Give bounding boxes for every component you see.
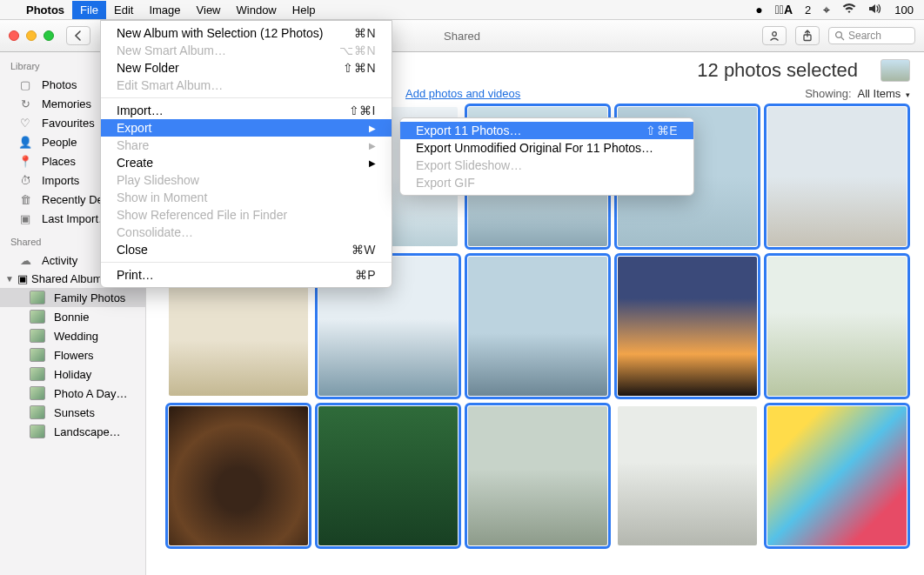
sidebar-item-icon: ☁ <box>17 253 33 267</box>
photo-thumb[interactable] <box>618 257 757 396</box>
sidebar-album-item[interactable]: Photo A Day… <box>0 384 145 403</box>
submenu-item[interactable]: Export 11 Photos…⇧⌘E <box>400 122 693 139</box>
sidebar-item-label: Bonnie <box>54 311 89 324</box>
sidebar-album-item[interactable]: Family Photos <box>0 288 145 307</box>
minimize-window-button[interactable] <box>26 30 37 41</box>
sidebar-item-icon: ⏱ <box>17 173 33 187</box>
menu-item[interactable]: Close⌘W <box>101 241 392 258</box>
sidebar-album-item[interactable]: Flowers <box>0 345 145 364</box>
photo-thumb[interactable] <box>468 257 607 396</box>
menu-item-label: Share <box>117 138 149 152</box>
menubar-item-edit[interactable]: Edit <box>114 3 133 17</box>
photo-thumb[interactable] <box>767 406 907 545</box>
menu-item-label: Print… <box>117 268 154 282</box>
sidebar-album-item[interactable]: Landscape… <box>0 422 145 441</box>
sidebar-item-label: Memories <box>42 97 91 110</box>
photo-thumb[interactable] <box>468 406 607 545</box>
photo-thumb[interactable] <box>618 406 757 545</box>
menu-shortcut: ⌘N <box>354 26 376 40</box>
menu-item: New Smart Album…⌥⌘N <box>101 42 392 59</box>
menu-shortcut: ⌘W <box>352 243 376 257</box>
sidebar-item-icon: ▢ <box>17 77 33 91</box>
sidebar-item-label: Photos <box>42 78 77 91</box>
menu-item-label: New Album with Selection (12 Photos) <box>117 26 323 40</box>
menu-item: Share▶ <box>101 137 392 154</box>
system-menubar: Photos File Edit Image View Window Help … <box>0 0 924 20</box>
sidebar-album-item[interactable]: Holiday <box>0 364 145 384</box>
selection-count: 12 photos selected <box>697 59 858 82</box>
sidebar-item-label: Activity <box>42 254 77 267</box>
photo-thumb[interactable] <box>767 257 907 396</box>
svg-point-2 <box>836 32 842 38</box>
menubar-app-name[interactable]: Photos <box>26 3 64 17</box>
menu-item-label: Export <box>117 121 151 135</box>
showing-label: Showing: <box>805 87 851 100</box>
export-submenu: Export 11 Photos…⇧⌘EExport Unmodified Or… <box>399 117 694 196</box>
sidebar-item-label: Wedding <box>54 330 98 343</box>
traffic-lights <box>9 30 54 41</box>
menu-item[interactable]: Create▶ <box>101 154 392 171</box>
bluetooth-icon[interactable]: ⌖ <box>823 3 830 17</box>
submenu-arrow-icon: ▶ <box>369 124 376 133</box>
menu-item-label: New Smart Album… <box>117 43 226 57</box>
album-stack-icon: ▣ <box>17 272 28 285</box>
close-window-button[interactable] <box>9 30 19 41</box>
cc-count: 2 <box>805 3 811 17</box>
wifi-icon[interactable] <box>842 3 856 17</box>
menu-item-label: Play Slideshow <box>117 173 199 187</box>
menubar-item-view[interactable]: View <box>197 3 221 17</box>
back-button[interactable] <box>66 26 90 45</box>
sidebar-item-icon: 👤 <box>17 135 33 149</box>
sidebar-album-item[interactable]: Bonnie <box>0 307 145 326</box>
zoom-window-button[interactable] <box>44 30 54 41</box>
sidebar-item-label: Favourites <box>42 117 95 130</box>
menu-shortcut: ⌘P <box>355 268 376 282</box>
menu-item-label: Import… <box>117 104 164 117</box>
sidebar-item-label: People <box>42 136 77 149</box>
menu-item: Play Slideshow <box>101 171 392 189</box>
sidebar-album-item[interactable]: Wedding <box>0 326 145 345</box>
menu-item-label: Export 11 Photos… <box>416 124 521 137</box>
menu-shortcut: ⌥⌘N <box>339 43 376 57</box>
menu-item[interactable]: Import…⇧⌘I <box>101 102 392 119</box>
menubar-item-window[interactable]: Window <box>237 3 277 17</box>
photo-thumb[interactable] <box>318 406 458 545</box>
people-toolbar-button[interactable] <box>762 26 787 45</box>
menu-item-label: Export Slideshow… <box>416 158 522 172</box>
search-placeholder: Search <box>848 30 881 42</box>
share-toolbar-button[interactable] <box>795 26 820 45</box>
sidebar-item-label: Flowers <box>54 349 94 362</box>
creative-cloud-icon[interactable]: �⃞A <box>775 3 793 17</box>
menu-item[interactable]: New Folder⇧⌘N <box>101 59 392 77</box>
album-thumb-icon <box>30 367 45 381</box>
svg-line-3 <box>841 37 844 40</box>
volume-icon[interactable] <box>868 3 882 17</box>
album-thumb-icon <box>30 329 45 343</box>
sidebar-item-label: Places <box>42 155 76 168</box>
menubar-item-image[interactable]: Image <box>149 3 180 17</box>
menu-item: Edit Smart Album… <box>101 77 392 94</box>
photo-thumb[interactable] <box>169 406 308 545</box>
showing-filter[interactable]: Showing: All Items ▾ <box>805 87 910 100</box>
search-field[interactable]: Search <box>828 27 915 44</box>
menu-item[interactable]: Print…⌘P <box>101 266 392 284</box>
menu-item-label: New Folder <box>117 61 179 75</box>
album-cover-thumb[interactable] <box>880 59 910 82</box>
status-dot-icon[interactable]: ● <box>755 3 762 17</box>
menu-shortcut: ⇧⌘E <box>646 124 678 137</box>
menubar-item-file[interactable]: File <box>72 1 106 19</box>
menu-item-label: Create <box>117 156 153 170</box>
submenu-item: Export Slideshow… <box>400 157 693 174</box>
menubar-item-help[interactable]: Help <box>292 3 316 17</box>
add-photos-link[interactable]: Add photos and videos <box>405 87 520 100</box>
submenu-item[interactable]: Export Unmodified Original For 11 Photos… <box>400 139 693 157</box>
menu-item: Show in Moment <box>101 189 392 206</box>
sidebar-album-item[interactable]: Sunsets <box>0 403 145 422</box>
menu-item[interactable]: New Album with Selection (12 Photos)⌘N <box>101 24 392 42</box>
file-menu-dropdown: New Album with Selection (12 Photos)⌘NNe… <box>100 20 392 288</box>
photo-thumb[interactable] <box>767 107 907 246</box>
chevron-down-icon: ▾ <box>906 90 910 99</box>
menu-item[interactable]: Export▶ <box>101 119 392 137</box>
sidebar-item-label: Family Photos <box>54 291 125 304</box>
battery-percent: 100 <box>894 3 914 17</box>
